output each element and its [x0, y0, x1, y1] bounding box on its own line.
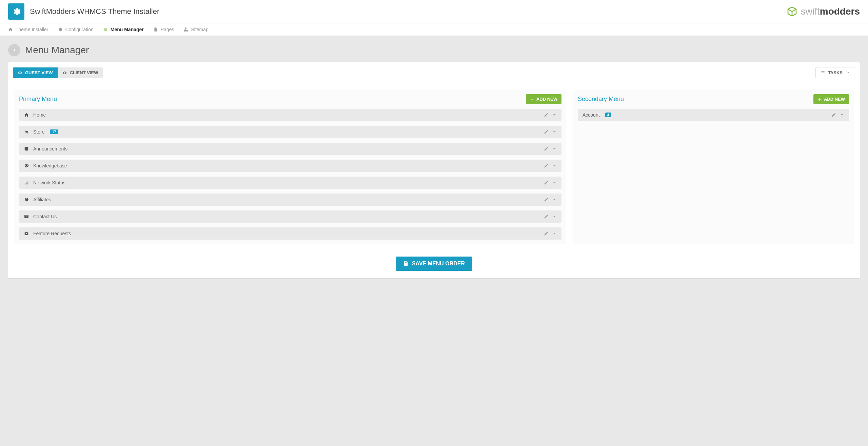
menu-item-label: Announcements — [33, 146, 67, 151]
chevron-down-icon[interactable] — [552, 163, 557, 168]
topbar: SwiftModders WHMCS Theme Installer swift… — [0, 0, 868, 23]
app-title: SwiftModders WHMCS Theme Installer — [30, 7, 159, 16]
menu-item-label: Home — [33, 112, 46, 118]
grad-cap-icon — [24, 163, 29, 168]
add-new-primary-button[interactable]: ADD NEW — [526, 94, 561, 104]
back-button[interactable] — [8, 44, 20, 56]
save-row: SAVE MENU ORDER — [8, 250, 860, 278]
save-menu-order-button[interactable]: SAVE MENU ORDER — [396, 257, 472, 271]
chevron-down-icon[interactable] — [552, 231, 557, 236]
primary-menu-column: Primary Menu ADD NEW Home — [14, 89, 566, 244]
edit-icon[interactable] — [544, 113, 549, 117]
nav-label: Theme Installer — [16, 27, 48, 32]
menu-item-knowledgebase[interactable]: Knowledgebase — [19, 160, 561, 172]
chevron-down-icon[interactable] — [840, 113, 844, 117]
chevron-down-icon[interactable] — [552, 180, 557, 185]
chevron-down-icon[interactable] — [552, 197, 557, 202]
edit-icon[interactable] — [544, 129, 549, 134]
menu-item-label: Feature Requests — [33, 231, 71, 236]
save-icon — [403, 261, 409, 266]
nav-sitemap[interactable]: Sitemap — [183, 27, 208, 32]
secondary-menu-header: Secondary Menu ADD NEW — [578, 94, 849, 104]
edit-icon[interactable] — [544, 163, 549, 168]
file-icon — [153, 27, 158, 32]
menu-item-feature-requests[interactable]: Feature Requests — [19, 227, 561, 240]
menu-item-store[interactable]: Store 17 — [19, 126, 561, 138]
main-panel: GUEST VIEW CLIENT VIEW TASKS Primary Men… — [8, 62, 860, 278]
secondary-menu-title: Secondary Menu — [578, 96, 624, 103]
menu-item-contact-us[interactable]: Contact Us — [19, 210, 561, 223]
menu-item-announcements[interactable]: Announcements — [19, 143, 561, 155]
chevron-down-icon[interactable] — [552, 129, 557, 134]
cart-icon — [24, 129, 29, 135]
button-label: TASKS — [828, 70, 843, 75]
cube-icon — [787, 6, 797, 17]
tasks-dropdown[interactable]: TASKS — [815, 67, 855, 78]
chevron-down-icon[interactable] — [552, 214, 557, 219]
tasks-icon — [821, 70, 825, 75]
button-label: SAVE MENU ORDER — [412, 261, 465, 267]
menu-item-label: Contact Us — [33, 214, 57, 219]
nav-configuration[interactable]: Configuration — [58, 27, 93, 32]
nav-label: Sitemap — [191, 27, 208, 32]
envelope-icon — [24, 214, 29, 219]
nav-menu-manager[interactable]: Menu Manager — [103, 27, 144, 32]
primary-menu-title: Primary Menu — [19, 96, 57, 103]
navbar: Theme Installer Configuration Menu Manag… — [0, 23, 868, 36]
view-toggle-group: GUEST VIEW CLIENT VIEW — [13, 67, 103, 78]
menu-item-label: Network Status — [33, 180, 65, 185]
gear-icon — [58, 27, 62, 32]
nav-theme-installer[interactable]: Theme Installer — [8, 27, 48, 32]
list-icon — [103, 27, 108, 32]
caret-down-icon — [847, 71, 850, 75]
edit-icon[interactable] — [544, 146, 549, 151]
button-label: ADD NEW — [536, 97, 557, 102]
panel-toolbar: GUEST VIEW CLIENT VIEW TASKS — [8, 62, 860, 83]
button-label: CLIENT VIEW — [70, 70, 98, 75]
panel-body: Primary Menu ADD NEW Home — [8, 83, 860, 250]
chevron-down-icon[interactable] — [552, 146, 557, 151]
camera-icon — [24, 231, 29, 236]
signal-icon — [24, 180, 29, 185]
edit-icon[interactable] — [544, 197, 549, 202]
count-badge: 4 — [605, 113, 611, 117]
menu-item-account[interactable]: Account 4 — [578, 109, 849, 121]
client-view-button[interactable]: CLIENT VIEW — [58, 67, 103, 78]
nav-pages[interactable]: Pages — [153, 27, 174, 32]
plus-icon — [817, 97, 822, 101]
home-icon — [24, 112, 29, 118]
menu-item-network-status[interactable]: Network Status — [19, 177, 561, 189]
page-title: Menu Manager — [25, 45, 89, 56]
sitemap-icon — [183, 27, 188, 32]
brand-logo-text: swiftmodders — [801, 6, 860, 17]
nav-label: Pages — [161, 27, 174, 32]
nav-label: Configuration — [65, 27, 93, 32]
menu-item-home[interactable]: Home — [19, 109, 561, 121]
edit-icon[interactable] — [544, 231, 549, 236]
menu-item-label: Knowledgebase — [33, 163, 67, 168]
primary-menu-header: Primary Menu ADD NEW — [19, 94, 561, 104]
brand-left: SwiftModders WHMCS Theme Installer — [8, 3, 159, 20]
edit-icon[interactable] — [544, 180, 549, 185]
secondary-menu-column: Secondary Menu ADD NEW Account 4 — [573, 89, 854, 244]
plus-icon — [530, 97, 534, 101]
eye-icon — [62, 70, 67, 75]
menu-item-label: Account — [583, 112, 600, 118]
home-icon — [8, 27, 13, 32]
chevron-down-icon[interactable] — [552, 113, 557, 117]
page-header: Menu Manager — [0, 36, 868, 62]
add-new-secondary-button[interactable]: ADD NEW — [813, 94, 849, 104]
menu-item-affiliates[interactable]: Affiliates — [19, 194, 561, 206]
guest-view-button[interactable]: GUEST VIEW — [13, 67, 58, 78]
button-label: ADD NEW — [824, 97, 845, 102]
count-badge: 17 — [50, 129, 58, 134]
button-label: GUEST VIEW — [25, 70, 53, 75]
nav-label: Menu Manager — [111, 27, 144, 32]
menu-item-label: Store — [33, 129, 44, 135]
edit-icon[interactable] — [544, 214, 549, 219]
menu-item-label: Affiliates — [33, 197, 51, 202]
brand-logo: swiftmodders — [787, 6, 860, 17]
brand-gear-icon — [8, 3, 24, 20]
eye-icon — [18, 70, 22, 75]
edit-icon[interactable] — [831, 113, 836, 117]
